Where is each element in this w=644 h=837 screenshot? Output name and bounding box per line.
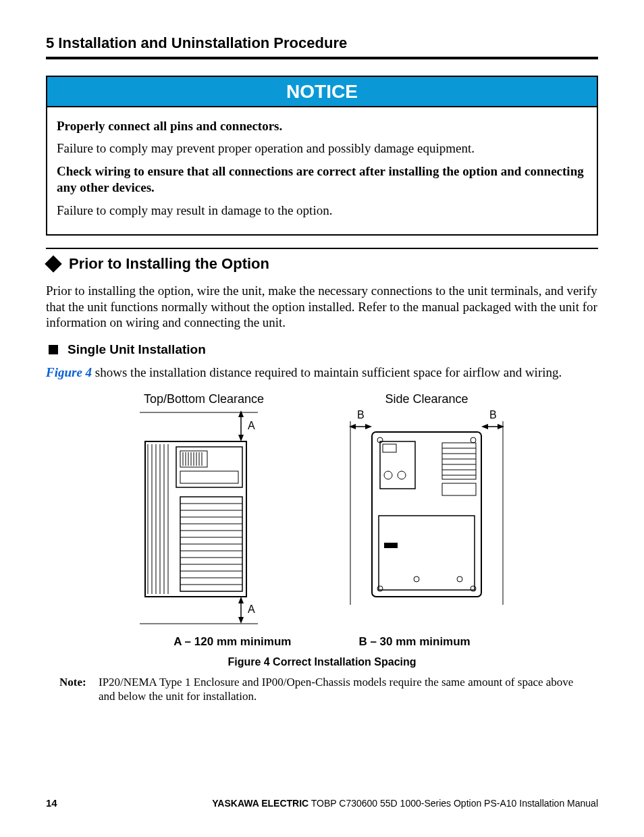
diamond-icon: [45, 255, 61, 272]
svg-marker-1: [238, 410, 244, 417]
figure-left-title: Top/Bottom Clearance: [144, 392, 264, 407]
footer: 14 YASKAWA ELECTRIC TOBP C730600 55D 100…: [46, 797, 598, 810]
svg-marker-2: [238, 435, 244, 441]
square-icon: [49, 345, 58, 354]
page-number: 14: [46, 797, 57, 810]
svg-marker-38: [238, 597, 244, 603]
legend-a: A – 120 mm minimum: [173, 634, 291, 649]
notice-box: NOTICE Properly connect all pins and con…: [46, 76, 598, 236]
figure-right: Side Clearance B B: [349, 392, 504, 626]
label-a-top: A: [248, 420, 255, 431]
svg-rect-48: [372, 432, 481, 597]
top-bottom-clearance-diagram: A: [140, 409, 268, 625]
footer-brand: YASKAWA ELECTRIC: [212, 798, 308, 809]
notice-title: NOTICE: [47, 77, 597, 107]
svg-marker-42: [365, 424, 372, 429]
label-b-left: B: [357, 409, 365, 421]
note-text: IP20/NEMA Type 1 Enclosure and IP00/Open…: [99, 676, 585, 703]
subsection-title-text: Prior to Installing the Option: [69, 254, 269, 273]
sub2-title: Single Unit Installation: [46, 342, 598, 358]
section-heading: 5 Installation and Uninstallation Proced…: [46, 34, 598, 53]
subsection-prior: Prior to Installing the Option Prior to …: [46, 248, 598, 703]
legend-b: B – 30 mm minimum: [358, 634, 470, 649]
notice-p1-bold: Properly connect all pins and connectors…: [57, 118, 587, 134]
svg-marker-39: [238, 617, 244, 624]
notice-p1-text: Failure to comply may prevent proper ope…: [57, 140, 587, 157]
subsection-title: Prior to Installing the Option: [46, 254, 598, 273]
figure-left: Top/Bottom Clearance A: [140, 392, 268, 626]
sub2-text-after: shows the installation distance required…: [92, 365, 562, 379]
note: Note: IP20/NEMA Type 1 Enclosure and IP0…: [59, 676, 585, 703]
svg-marker-45: [481, 424, 488, 429]
figure-row: Top/Bottom Clearance A: [46, 392, 598, 626]
side-clearance-diagram: B B: [349, 409, 504, 612]
figure-legend: A – 120 mm minimum B – 30 mm minimum: [46, 634, 598, 649]
svg-rect-66: [384, 543, 398, 548]
figure-reference-link[interactable]: Figure 4: [46, 365, 92, 379]
figure-caption: Figure 4 Correct Installation Spacing: [46, 655, 598, 669]
sub2-text: Figure 4 shows the installation distance…: [46, 364, 598, 381]
heading-rule: [46, 57, 598, 59]
subsection-text: Prior to installing the option, wire the…: [46, 283, 598, 331]
label-b-right: B: [489, 409, 497, 421]
figure-right-title: Side Clearance: [385, 392, 468, 407]
label-a-bottom: A: [248, 603, 255, 615]
page: 5 Installation and Uninstallation Proced…: [0, 0, 644, 837]
notice-p2-text: Failure to comply may result in damage t…: [57, 202, 587, 219]
sub2-title-text: Single Unit Installation: [68, 342, 206, 358]
footer-doc: TOBP C730600 55D 1000-Series Option PS-A…: [308, 798, 598, 809]
notice-body: Properly connect all pins and connectors…: [47, 107, 597, 235]
notice-p2-bold: Check wiring to ensure that all connecti…: [57, 163, 587, 196]
note-label: Note:: [59, 676, 99, 703]
